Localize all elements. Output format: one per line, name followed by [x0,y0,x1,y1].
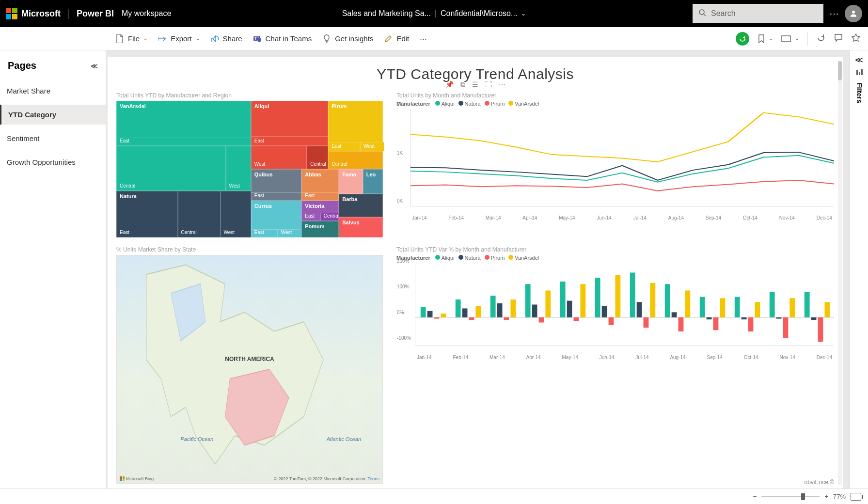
treemap-cell[interactable]: Central [116,146,226,191]
bar-Pirum[interactable] [748,317,754,331]
export-menu[interactable]: Export ⌄ [158,34,199,43]
bar-Pirum[interactable] [609,317,614,325]
workspace-label[interactable]: My workspace [122,9,171,18]
chat-teams-button[interactable]: T Chat in Teams [253,34,312,43]
bar-Aliqui[interactable] [490,296,496,317]
bar-VanArsdel[interactable] [789,298,795,317]
treemap-cell[interactable]: West [360,142,384,152]
collapse-sidebar-icon[interactable]: ≪ [91,62,98,70]
legend-item[interactable]: Aliqui [435,101,455,107]
reset-button[interactable] [736,32,749,46]
map-visual[interactable]: NORTH AMERICA Pacific Ocean Atlantic Oce… [116,255,383,484]
bar-Natura[interactable] [811,317,817,320]
pin-icon[interactable]: 📌 [445,80,454,89]
bar-VanArsdel[interactable] [475,306,481,317]
legend-item[interactable]: Natura [458,101,481,107]
map-terms-link[interactable]: Terms [368,476,380,481]
copy-icon[interactable]: ⧉ [460,80,465,89]
bar-Natura[interactable] [776,317,782,319]
canvas-scrollbar[interactable] [838,61,842,485]
treemap-cell[interactable]: East [251,136,329,146]
share-button[interactable]: Share [210,34,242,43]
bar-Aliqui[interactable] [525,284,531,317]
bar-Pirum[interactable] [818,317,823,342]
bar-Aliqui[interactable] [595,278,600,317]
bar-Natura[interactable] [427,311,433,317]
report-breadcrumb[interactable]: Sales and Marketing Sa... | Confidential… [342,9,526,18]
treemap-cell[interactable]: Central [328,151,383,169]
treemap-cell[interactable]: West [221,191,251,237]
line-series-VanArsdel[interactable] [410,113,834,162]
bar-Aliqui[interactable] [456,299,461,317]
bar-Aliqui[interactable] [665,284,670,317]
treemap-cell[interactable]: East [116,228,178,237]
bar-Natura[interactable] [532,305,537,317]
treemap-cell[interactable]: West [278,229,302,237]
sidebar-item-sentiment[interactable]: Sentiment [0,128,106,148]
legend-item[interactable]: VanArsdel [508,101,539,107]
line-series-Pirum[interactable] [410,180,834,191]
sidebar-item-market-share[interactable]: Market Share [0,81,106,101]
bar-Pirum[interactable] [504,317,509,320]
file-menu[interactable]: File ⌄ [115,34,147,43]
treemap-cell[interactable]: East [328,142,360,152]
bar-VanArsdel[interactable] [824,302,830,317]
toolbar-overflow[interactable]: ⋯ [420,34,427,43]
treemap-cell[interactable]: East [301,192,339,201]
product-label[interactable]: Power BI [68,9,114,19]
bar-Natura[interactable] [567,301,572,317]
more-icon[interactable]: ⋯ [499,80,505,89]
treemap-cell[interactable]: Pomum [301,221,339,237]
bar-Aliqui[interactable] [421,307,426,317]
account-avatar[interactable] [845,5,862,22]
bar-Aliqui[interactable] [770,292,775,317]
bar-VanArsdel[interactable] [510,299,516,317]
treemap-tile[interactable]: Total Units YTD by Manufacturer and Regi… [116,92,383,237]
bar-Natura[interactable] [462,308,468,317]
report-canvas[interactable]: YTD Category Trend Analysis 📌 ⧉ ☰ ⛶ ⋯ To… [108,57,843,488]
treemap-cell[interactable]: Barba [339,194,383,217]
treemap-cell[interactable]: Salvus [339,217,383,237]
sidebar-item-growth-opportunities[interactable]: Growth Opportunities [0,152,106,172]
bar-Natura[interactable] [637,302,642,317]
zoom-in-button[interactable]: + [824,493,828,500]
visual-header-tools[interactable]: 📌 ⧉ ☰ ⛶ ⋯ [445,80,505,89]
zoom-out-button[interactable]: − [753,493,757,500]
bar-VanArsdel[interactable] [755,302,760,317]
line-series-Aliqui[interactable] [410,156,834,182]
bar-VanArsdel[interactable] [545,290,551,317]
bar-chart-tile[interactable]: Total Units YTD Var % by Month and Manuf… [396,246,834,484]
bar-VanArsdel[interactable] [720,298,725,317]
zoom-slider[interactable] [761,496,820,497]
bar-Natura[interactable] [742,317,747,319]
legend-item[interactable]: Aliqui [435,255,455,261]
treemap-cell[interactable]: Central [178,191,221,237]
legend-item[interactable]: VanArsdel [508,255,539,261]
sidebar-item-ytd-category[interactable]: YTD Category [0,105,106,125]
expand-filters-icon[interactable]: ≪ [855,55,863,64]
bar-Aliqui[interactable] [805,292,810,317]
line-chart-tile[interactable]: Total Units by Month and Manufacturer Ma… [396,92,834,237]
bar-Natura[interactable] [497,303,503,317]
bar-Pirum[interactable] [574,317,579,321]
bar-Natura[interactable] [707,317,712,319]
treemap-cell[interactable]: Central [307,146,328,169]
filters-pane[interactable]: ≪ Filters [850,50,868,488]
treemap-cell[interactable]: Leo [363,169,383,194]
legend-item[interactable]: Pirum [485,255,505,261]
chevron-down-icon[interactable]: ⌄ [521,10,526,17]
edit-button[interactable]: Edit [384,34,409,43]
bar-Natura[interactable] [602,306,607,317]
filter-icon[interactable]: ☰ [472,80,478,89]
bar-Pirum[interactable] [783,317,789,338]
treemap-cell[interactable]: East [251,229,278,237]
bar-Pirum[interactable] [713,317,719,330]
view-menu[interactable]: ⌄ [781,35,799,42]
microsoft-logo[interactable]: Microsoft [6,8,61,19]
fit-to-page-icon[interactable] [851,493,861,501]
treemap-cell[interactable]: East [251,192,302,201]
bar-Pirum[interactable] [469,317,474,320]
bar-Aliqui[interactable] [630,272,635,317]
treemap-cell[interactable]: East [116,138,251,146]
treemap-cell[interactable]: East [301,213,320,221]
